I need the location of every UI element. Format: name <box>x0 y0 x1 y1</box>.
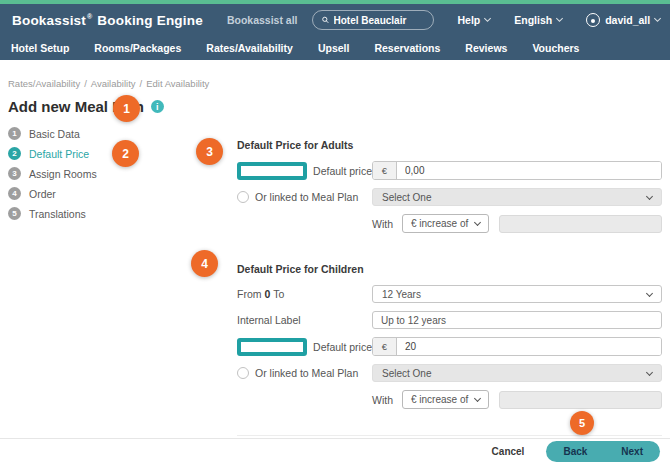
select-value: Select One <box>382 368 431 379</box>
select-value: € increase of <box>411 394 468 405</box>
step-number-badge: 5 <box>8 207 21 220</box>
account-scope-label: Bookassist all <box>227 14 298 26</box>
user-menu[interactable]: david_all <box>586 13 660 27</box>
username-label: david_all <box>605 14 650 26</box>
adults-section-heading: Default Price for Adults <box>237 139 662 151</box>
help-menu[interactable]: Help <box>458 14 491 26</box>
children-with-label: With <box>372 394 402 406</box>
adults-price-input[interactable] <box>397 162 661 179</box>
hotel-search-box[interactable] <box>312 10 434 30</box>
breadcrumb: Rates/Availability / Availability / Edit… <box>8 78 662 89</box>
back-button[interactable]: Back <box>546 441 604 462</box>
annotation-badge-4: 4 <box>191 250 218 277</box>
nav-vouchers[interactable]: Vouchers <box>532 42 579 54</box>
chevron-down-icon <box>474 219 481 226</box>
adults-linked-radio[interactable] <box>237 191 249 203</box>
children-internal-label-input[interactable] <box>372 311 662 329</box>
nav-upsell[interactable]: Upsell <box>318 42 350 54</box>
children-increase-amount-input[interactable] <box>499 391 662 409</box>
back-next-button-group: Back Next <box>546 441 660 462</box>
children-price-input-group: € <box>372 337 662 356</box>
children-with-row: With € increase of <box>237 390 662 409</box>
step-label: Basic Data <box>29 128 80 140</box>
step-translations[interactable]: 5 Translations <box>8 207 237 220</box>
adults-with-label: With <box>372 218 402 230</box>
nav-reviews[interactable]: Reviews <box>465 42 507 54</box>
currency-prefix: € <box>373 338 397 355</box>
adults-linked-row: Or linked to Meal Plan Select One <box>237 188 662 206</box>
main-nav: Hotel Setup Rooms/Packages Rates/Availab… <box>0 36 670 60</box>
adults-increase-type-select[interactable]: € increase of <box>402 214 489 233</box>
breadcrumb-availability[interactable]: Availability <box>91 78 136 89</box>
annotation-badge-1: 1 <box>113 95 140 122</box>
adults-increase-amount-input[interactable] <box>499 215 662 233</box>
nav-rooms-packages[interactable]: Rooms/Packages <box>94 42 181 54</box>
cancel-button[interactable]: Cancel <box>492 446 525 457</box>
breadcrumb-edit-availability: Edit Availability <box>146 78 209 89</box>
children-default-price-radio[interactable] <box>237 338 307 356</box>
internal-label: Internal Label <box>237 314 301 326</box>
children-internal-label-row: Internal Label <box>237 311 662 329</box>
children-from-value: 0 <box>265 288 271 300</box>
step-label: Translations <box>29 208 86 220</box>
step-number-badge: 1 <box>8 127 21 140</box>
children-default-price-row: Default price € <box>237 337 662 356</box>
logo-product: Booking Engine <box>97 13 203 28</box>
adults-default-price-radio[interactable] <box>237 162 307 180</box>
select-value: € increase of <box>411 218 468 229</box>
wizard-steps-sidebar: 1 Basic Data 2 Default Price 3 Assign Ro… <box>8 125 237 436</box>
select-value: 12 Years <box>382 289 421 300</box>
children-default-price-label: Default price <box>313 341 372 353</box>
language-menu[interactable]: English <box>514 14 562 26</box>
children-to-label: To <box>273 288 284 300</box>
annotation-badge-5: 5 <box>570 411 594 435</box>
step-label: Assign Rooms <box>29 168 97 180</box>
adults-default-price-label: Default price <box>313 165 372 177</box>
help-label: Help <box>458 14 481 26</box>
children-age-row: From 0 To 12 Years <box>237 285 662 303</box>
chevron-down-icon <box>646 368 653 375</box>
nav-reservations[interactable]: Reservations <box>374 42 440 54</box>
children-from-label: From <box>237 288 262 300</box>
children-meal-plan-select[interactable]: Select One <box>372 364 662 382</box>
step-order[interactable]: 4 Order <box>8 187 237 200</box>
step-basic-data[interactable]: 1 Basic Data <box>8 127 237 140</box>
step-assign-rooms[interactable]: 3 Assign Rooms <box>8 167 237 180</box>
children-linked-radio[interactable] <box>237 367 249 379</box>
logo-brand: Bookassist <box>12 13 86 28</box>
annotation-badge-2: 2 <box>112 140 139 167</box>
children-linked-row: Or linked to Meal Plan Select One <box>237 364 662 382</box>
step-number-badge: 4 <box>8 187 21 200</box>
app-window: Bookassist® Booking Engine Bookassist al… <box>0 0 670 464</box>
children-age-select[interactable]: 12 Years <box>372 285 662 303</box>
adults-meal-plan-select[interactable]: Select One <box>372 188 662 206</box>
chevron-down-icon <box>484 15 491 22</box>
currency-prefix: € <box>373 162 397 179</box>
step-number-badge: 3 <box>8 167 21 180</box>
search-input[interactable] <box>334 15 424 26</box>
page-content: Rates/Availability / Availability / Edit… <box>0 60 670 436</box>
next-button[interactable]: Next <box>604 441 660 462</box>
select-value: Select One <box>382 192 431 203</box>
children-price-input[interactable] <box>397 338 661 355</box>
chevron-down-icon <box>646 289 653 296</box>
step-number-badge: 2 <box>8 147 21 160</box>
adults-default-price-row: Default price € <box>237 161 662 180</box>
info-icon[interactable]: i <box>151 100 164 113</box>
logo[interactable]: Bookassist® Booking Engine <box>12 13 203 28</box>
children-section-heading: Default Price for Children <box>237 263 662 275</box>
search-icon <box>322 15 329 25</box>
step-label: Order <box>29 188 56 200</box>
nav-hotel-setup[interactable]: Hotel Setup <box>11 42 69 54</box>
adults-linked-label: Or linked to Meal Plan <box>255 191 358 203</box>
language-label: English <box>514 14 552 26</box>
step-label: Default Price <box>29 148 89 160</box>
nav-rates-availability[interactable]: Rates/Availability <box>206 42 293 54</box>
adults-price-input-group: € <box>372 161 662 180</box>
children-increase-type-select[interactable]: € increase of <box>402 390 489 409</box>
breadcrumb-separator: / <box>84 78 87 89</box>
breadcrumb-rates-availability[interactable]: Rates/Availability <box>8 78 80 89</box>
default-price-form: Default Price for Adults Default price € <box>237 125 662 436</box>
user-avatar-icon <box>586 13 600 27</box>
header-bar: Bookassist® Booking Engine Bookassist al… <box>0 4 670 36</box>
